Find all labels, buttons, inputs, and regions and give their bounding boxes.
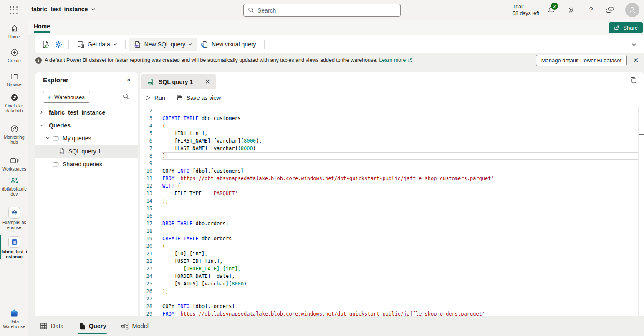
search-input[interactable] [258,7,396,14]
settings-button[interactable] [566,5,576,15]
ribbon-collapse-chevron[interactable] [631,42,636,47]
line-content: [LAST_NAME] [varchar](8000) [162,145,638,152]
view-tab-query[interactable]: Query [78,316,107,336]
learn-more-link[interactable]: Learn more [379,57,412,63]
rail-item-monitoring-hub[interactable]: Monitoring hub [0,125,28,145]
view-tab-model[interactable]: Model [121,316,149,336]
rail-item-examplelakehouse[interactable]: ExampleLakehouse [0,207,28,230]
code-line-20[interactable]: 20( [140,242,644,250]
chevron-down-icon [38,123,44,127]
code-line-3[interactable]: 3CREATE TABLE dbo.customers [140,115,644,122]
rail-item-home[interactable]: Home [0,24,28,39]
line-content: FILE_TYPE = 'PARQUET' [162,190,638,197]
banner-close-icon[interactable]: ✕ [631,56,640,65]
tree-item-warehouse-root[interactable]: fabric_test_instance [35,106,138,119]
create-icon [10,48,19,57]
code-line-29[interactable]: 29FROM 'https://dbtlabsynapsedatalake.bl… [140,310,644,316]
line-number: 27 [140,295,152,303]
info-icon: i [35,57,42,64]
tree-item-sql-query-1[interactable]: SQL SQL query 1 [35,145,138,158]
gear-blue-icon [55,41,63,48]
code-line-9[interactable]: 9 [140,160,644,167]
rail-item-dbtlabsfabricdev[interactable]: dbtlabsfabricdev [0,176,28,196]
code-line-24[interactable]: 24 [ORDER_DATE] [date], [140,272,644,280]
collapse-panel-icon[interactable]: « [127,76,131,84]
svg-text:SQL: SQL [134,45,138,47]
code-line-10[interactable]: 10COPY INTO [dbo].[customers] [140,167,644,175]
rail-item-browse[interactable]: Browse [0,72,28,87]
app-launcher-icon[interactable] [9,5,18,15]
line-number: 6 [140,137,152,145]
code-line-28[interactable]: 28COPY INTO [dbo].[orders] [140,303,644,310]
code-line-2[interactable]: 2 [140,107,644,115]
tab-close-icon[interactable]: ✕ [203,78,212,86]
code-line-27[interactable]: 27 [140,295,644,303]
code-line-26[interactable]: 26); [140,288,644,295]
code-line-7[interactable]: 7 [LAST_NAME] [varchar](8000) [140,145,644,152]
rail-item-create[interactable]: Create [0,48,28,63]
line-number: 3 [140,115,152,122]
rail-item-onelake-data-hub[interactable]: OneLake data hub [0,93,28,113]
code-line-12[interactable]: 12WITH ( [140,182,644,190]
notifications-button[interactable]: 2 [546,5,556,15]
view-tab-data[interactable]: Data [40,316,64,336]
tab-home[interactable]: Home [34,23,50,30]
code-line-21[interactable]: 21 [ID] [int], [140,250,644,257]
new-visual-query-button[interactable]: New visual query [197,38,260,51]
line-number: 12 [140,182,152,190]
tab-sql-query-1[interactable]: SQL SQL query 1 ✕ [141,74,216,89]
new-sql-query-button[interactable]: SQL New SQL query [129,38,197,51]
help-button[interactable]: ? [586,5,596,15]
rail-item-workspaces[interactable]: Workspaces [0,156,28,171]
code-line-23[interactable]: 23 -- [ORDER_DATE] [int], [140,265,644,272]
add-warehouses-button[interactable]: + Warehouses [43,92,90,103]
line-number: 16 [140,212,152,220]
header-row: Home Share [0,20,644,35]
code-line-19[interactable]: 19CREATE TABLE dbo.orders [140,235,644,242]
code-line-17[interactable]: 17DROP TABLE dbo.orders; [140,220,644,227]
save-as-view-icon [176,94,183,101]
code-line-13[interactable]: 13 FILE_TYPE = 'PARQUET' [140,190,644,197]
chevron-right-icon [38,110,44,115]
refresh-dataset-button[interactable] [40,38,52,51]
code-line-16[interactable]: 16 [140,212,644,220]
share-button[interactable]: Share [609,22,643,33]
line-number: 13 [140,190,152,197]
feedback-button[interactable] [605,5,615,15]
code-line-8[interactable]: 8); [140,152,644,160]
code-line-14[interactable]: 14); [140,197,644,205]
code-line-18[interactable]: 18 [140,227,644,235]
ribbon-toolbar: Get data SQL New SQL query New visual qu… [35,35,644,53]
rail-item-data-warehouse[interactable]: Data Warehouse [0,308,28,329]
ribbon-separator [264,40,265,49]
line-content: FROM 'https://dbtlabsynapsedatalake.blob… [162,310,638,316]
line-number: 10 [140,167,152,175]
tree-item-queries[interactable]: Queries [35,119,138,132]
line-number: 2 [140,107,152,115]
database-icon [77,41,85,48]
tree-item-my-queries[interactable]: My queries [35,132,138,145]
code-line-4[interactable]: 4( [140,122,644,130]
get-data-button[interactable]: Get data [73,38,121,51]
account-avatar[interactable] [625,3,639,17]
run-button[interactable]: Run [145,94,165,101]
global-search[interactable] [243,4,401,17]
explorer-search-icon[interactable] [123,93,129,100]
code-line-5[interactable]: 5 [ID] [int], [140,130,644,137]
editor-overview-ruler[interactable] [638,107,644,316]
save-as-view-button[interactable]: Save as view [176,94,221,101]
chevron-down-icon [45,136,51,140]
code-line-25[interactable]: 25 [STATUS] [varchar](8000) [140,280,644,288]
tree-item-shared-queries[interactable]: Shared queries [35,158,138,171]
rail-item-fabric-test-instance[interactable]: fabric_test_instance [0,236,28,259]
sql-code-editor[interactable]: 23CREATE TABLE dbo.customers4(5 [ID] [in… [140,107,644,316]
code-line-11[interactable]: 11FROM 'https://dbtlabsynapsedatalake.bl… [140,175,644,182]
manage-default-dataset-button[interactable]: Manage default Power BI dataset [536,55,627,66]
code-line-22[interactable]: 22 [USER_ID] [int], [140,257,644,265]
warehouse-settings-button[interactable] [52,38,65,51]
workspace-switcher[interactable]: fabric_test_instance [31,6,96,13]
line-content: [FIRST_NAME] [varchar](8000), [162,137,638,145]
copy-icon[interactable] [630,76,637,84]
code-line-15[interactable]: 15 [140,205,644,212]
code-line-6[interactable]: 6 [FIRST_NAME] [varchar](8000), [140,137,644,145]
